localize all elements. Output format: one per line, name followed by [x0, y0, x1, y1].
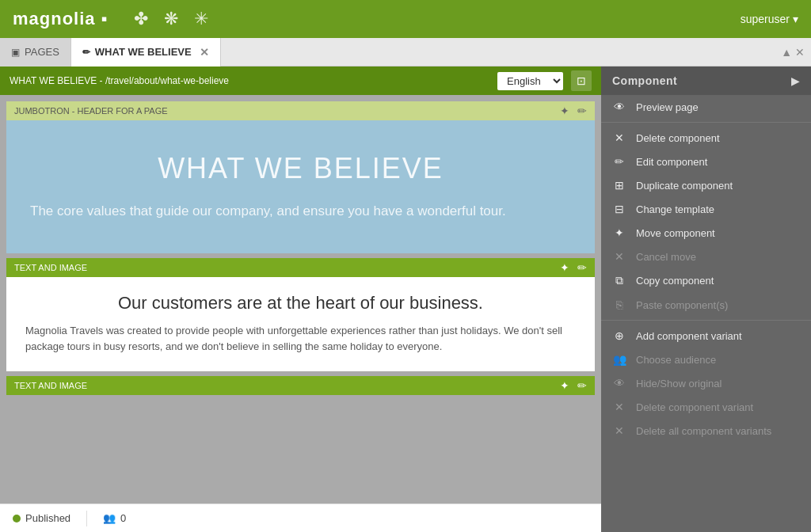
text-image-component-1: TEXT AND IMAGE ✦ ✏ Our customers are at … — [6, 258, 595, 372]
change-template-icon: ⊟ — [612, 203, 626, 215]
user-menu[interactable]: superuser ▾ — [741, 13, 798, 25]
menu-item-duplicate-component[interactable]: ⊞ Duplicate component — [601, 173, 811, 197]
menu-separator-1 — [601, 122, 811, 123]
text-image-label-1: TEXT AND IMAGE ✦ ✏ — [6, 258, 595, 277]
panel-expand-icon[interactable]: ▶ — [791, 74, 800, 87]
text-image-edit-icon-1[interactable]: ✏ — [577, 261, 587, 274]
published-dot — [13, 515, 21, 522]
page-path: WHAT WE BELIEVE - /travel/about/what-we-… — [10, 75, 489, 86]
language-selector[interactable]: English German French — [497, 72, 563, 90]
delete-variant-icon: ✕ — [612, 401, 626, 413]
jumbotron-edit-icon[interactable]: ✏ — [577, 104, 587, 117]
tabs-controls: ▲ ✕ — [781, 46, 811, 59]
page-header-bar: WHAT WE BELIEVE - /travel/about/what-we-… — [0, 66, 601, 95]
status-bar: Published 👥 0 — [0, 504, 601, 532]
move-component-icon: ✦ — [612, 226, 626, 239]
menu-item-delete-component[interactable]: ✕ Delete component — [601, 126, 811, 150]
chevron-down-icon: ▾ — [793, 13, 798, 25]
right-panel: Component ▶ 👁 Preview page ✕ Delete comp… — [601, 66, 811, 532]
text-image-move-icon-2[interactable]: ✦ — [560, 379, 569, 392]
menu-item-paste-components: ⎘ Paste component(s) — [601, 293, 811, 317]
text-image-body-text-1: Magnolia Travels was created to provide … — [25, 323, 576, 356]
apps-icon[interactable]: ✤ — [134, 9, 148, 29]
panel-menu: 👁 Preview page ✕ Delete component ✏ Edit… — [601, 95, 811, 443]
paste-components-icon: ⎘ — [612, 298, 626, 311]
menu-item-choose-audience: 👥 Choose audience — [601, 348, 811, 371]
text-image-heading-1: Our customers are at the heart of our bu… — [25, 293, 576, 314]
add-variant-icon: ⊕ — [612, 329, 626, 342]
delete-all-variants-icon: ✕ — [612, 424, 626, 437]
jumbotron-move-icon[interactable]: ✦ — [560, 104, 569, 117]
app-logo: magnolia ▪ — [13, 9, 109, 29]
menu-item-hide-show-original: 👁 Hide/Show original — [601, 371, 811, 395]
text-image-icons-1: ✦ ✏ — [560, 261, 587, 274]
users-status: 👥 0 — [103, 512, 126, 524]
panel-title: Component — [612, 74, 677, 87]
tabs-close-icon[interactable]: ✕ — [795, 46, 805, 59]
main-area: WHAT WE BELIEVE - /travel/about/what-we-… — [0, 66, 811, 532]
menu-separator-2 — [601, 320, 811, 321]
pages-icon: ▣ — [11, 47, 20, 58]
copy-component-icon: ⧉ — [612, 274, 626, 287]
menu-item-delete-all-variants: ✕ Delete all component variants — [601, 419, 811, 443]
menu-item-edit-component[interactable]: ✏ Edit component — [601, 150, 811, 173]
preview-page-icon: 👁 — [612, 101, 626, 113]
delete-component-icon: ✕ — [612, 131, 626, 144]
menu-item-change-template[interactable]: ⊟ Change template — [601, 197, 811, 221]
page-content: JUMBOTRON - HEADER FOR A PAGE ✦ ✏ WHAT W… — [0, 95, 601, 504]
text-image-edit-icon-2[interactable]: ✏ — [577, 379, 587, 392]
jumbotron-icons: ✦ ✏ — [560, 104, 587, 117]
content-area: WHAT WE BELIEVE - /travel/about/what-we-… — [0, 66, 601, 532]
choose-audience-icon: 👥 — [612, 353, 626, 366]
menu-item-add-component-variant[interactable]: ⊕ Add component variant — [601, 324, 811, 348]
text-image-label-2: TEXT AND IMAGE ✦ ✏ — [6, 376, 595, 395]
published-status: Published — [13, 512, 70, 524]
text-image-icons-2: ✦ ✏ — [560, 379, 587, 392]
topbar: magnolia ▪ ✤ ❋ ✳ superuser ▾ — [0, 0, 811, 38]
published-label: Published — [25, 512, 70, 524]
users-icon: 👥 — [103, 512, 116, 524]
text-image-component-2: TEXT AND IMAGE ✦ ✏ — [6, 376, 595, 395]
duplicate-component-icon: ⊞ — [612, 179, 626, 192]
panel-header: Component ▶ — [601, 66, 811, 95]
top-icons: ✤ ❋ ✳ — [134, 9, 208, 29]
edit-tab-icon: ✏ — [82, 47, 90, 58]
close-tab-icon[interactable]: ✕ — [200, 46, 209, 59]
jumbotron-content: WHAT WE BELIEVE The core values that gui… — [6, 120, 595, 253]
hide-show-icon: 👁 — [612, 377, 626, 390]
jumbotron-component: JUMBOTRON - HEADER FOR A PAGE ✦ ✏ WHAT W… — [6, 101, 595, 253]
menu-item-delete-component-variant: ✕ Delete component variant — [601, 395, 811, 419]
tab-pages[interactable]: ▣ PAGES — [0, 38, 71, 66]
menu-item-move-component[interactable]: ✦ Move component — [601, 221, 811, 245]
grid-icon[interactable]: ❋ — [164, 9, 178, 29]
text-image-move-icon-1[interactable]: ✦ — [560, 261, 569, 274]
text-image-body-1: Our customers are at the heart of our bu… — [6, 277, 595, 372]
menu-item-cancel-move: ✕ Cancel move — [601, 245, 811, 268]
jumbotron-title: WHAT WE BELIEVE — [30, 152, 571, 185]
edit-component-icon: ✏ — [612, 155, 626, 168]
tabs-up-icon[interactable]: ▲ — [781, 46, 792, 59]
tab-what-we-believe[interactable]: ✏ WHAT WE BELIEVE ✕ — [71, 38, 221, 66]
cancel-move-icon: ✕ — [612, 250, 626, 263]
menu-item-copy-component[interactable]: ⧉ Copy component — [601, 268, 811, 293]
view-mode-button[interactable]: ⊡ — [571, 70, 592, 91]
jumbotron-subtitle: The core values that guide our company, … — [30, 201, 571, 222]
tabs-bar: ▣ PAGES ✏ WHAT WE BELIEVE ✕ ▲ ✕ — [0, 38, 811, 66]
jumbotron-label: JUMBOTRON - HEADER FOR A PAGE ✦ ✏ — [6, 101, 595, 120]
topbar-left: magnolia ▪ ✤ ❋ ✳ — [13, 9, 208, 29]
status-divider — [86, 511, 87, 526]
asterisk-icon[interactable]: ✳ — [194, 9, 208, 29]
menu-item-preview-page[interactable]: 👁 Preview page — [601, 95, 811, 119]
users-count: 0 — [120, 512, 126, 524]
